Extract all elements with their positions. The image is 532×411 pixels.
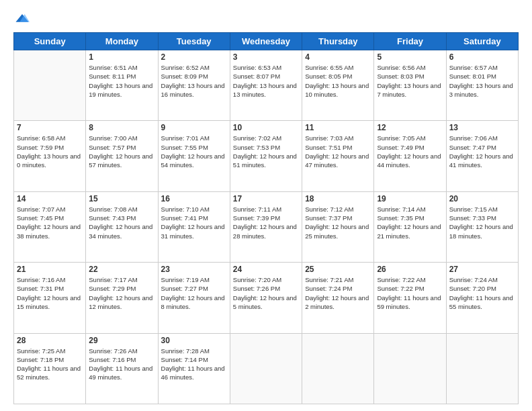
day-info: Sunrise: 7:24 AMSunset: 7:20 PMDaylight:… bbox=[449, 275, 515, 311]
day-info: Sunrise: 6:53 AMSunset: 8:07 PMDaylight:… bbox=[233, 63, 299, 99]
day-info: Sunrise: 6:55 AMSunset: 8:05 PMDaylight:… bbox=[305, 63, 371, 99]
day-info: Sunrise: 7:03 AMSunset: 7:51 PMDaylight:… bbox=[305, 134, 371, 169]
day-number: 19 bbox=[377, 194, 443, 203]
calendar-cell: 18Sunrise: 7:12 AMSunset: 7:37 PMDayligh… bbox=[302, 191, 374, 262]
day-number: 1 bbox=[89, 52, 154, 62]
calendar-cell: 11Sunrise: 7:03 AMSunset: 7:51 PMDayligh… bbox=[302, 121, 374, 191]
day-number: 12 bbox=[377, 123, 443, 132]
day-info: Sunrise: 7:08 AMSunset: 7:43 PMDaylight:… bbox=[89, 205, 154, 240]
day-info: Sunrise: 7:25 AMSunset: 7:18 PMDaylight:… bbox=[17, 347, 83, 382]
day-header-sunday: Sunday bbox=[14, 33, 86, 50]
calendar-cell bbox=[302, 333, 374, 404]
day-number: 28 bbox=[17, 336, 83, 345]
day-number: 2 bbox=[161, 52, 227, 62]
day-number: 21 bbox=[17, 265, 83, 274]
day-number: 24 bbox=[233, 265, 299, 274]
week-row-0: 1Sunrise: 6:51 AMSunset: 8:11 PMDaylight… bbox=[14, 50, 519, 121]
day-number: 15 bbox=[89, 194, 154, 203]
calendar-cell: 10Sunrise: 7:02 AMSunset: 7:53 PMDayligh… bbox=[230, 121, 302, 191]
day-number: 7 bbox=[17, 123, 83, 132]
calendar-cell: 29Sunrise: 7:26 AMSunset: 7:16 PMDayligh… bbox=[86, 333, 158, 404]
day-info: Sunrise: 7:01 AMSunset: 7:55 PMDaylight:… bbox=[161, 134, 227, 169]
day-header-saturday: Saturday bbox=[446, 33, 518, 50]
day-info: Sunrise: 6:56 AMSunset: 8:03 PMDaylight:… bbox=[377, 63, 443, 99]
day-number: 16 bbox=[161, 194, 227, 203]
calendar-cell: 22Sunrise: 7:17 AMSunset: 7:29 PMDayligh… bbox=[86, 263, 158, 333]
calendar-cell: 9Sunrise: 7:01 AMSunset: 7:55 PMDaylight… bbox=[158, 121, 230, 191]
day-number: 9 bbox=[161, 123, 227, 132]
day-info: Sunrise: 7:05 AMSunset: 7:49 PMDaylight:… bbox=[377, 134, 443, 169]
day-info: Sunrise: 6:52 AMSunset: 8:09 PMDaylight:… bbox=[161, 63, 227, 99]
day-number: 6 bbox=[449, 52, 515, 62]
day-number: 30 bbox=[161, 336, 227, 345]
calendar-cell: 25Sunrise: 7:21 AMSunset: 7:24 PMDayligh… bbox=[302, 263, 374, 333]
calendar-cell: 8Sunrise: 7:00 AMSunset: 7:57 PMDaylight… bbox=[86, 121, 158, 191]
calendar-cell: 30Sunrise: 7:28 AMSunset: 7:14 PMDayligh… bbox=[158, 333, 230, 404]
day-info: Sunrise: 7:00 AMSunset: 7:57 PMDaylight:… bbox=[89, 134, 154, 169]
day-number: 5 bbox=[377, 52, 443, 62]
day-header-tuesday: Tuesday bbox=[158, 33, 230, 50]
day-number: 8 bbox=[89, 123, 154, 132]
calendar-table: SundayMondayTuesdayWednesdayThursdayFrid… bbox=[13, 32, 519, 404]
header bbox=[13, 12, 519, 27]
day-number: 3 bbox=[233, 52, 299, 62]
week-row-3: 21Sunrise: 7:16 AMSunset: 7:31 PMDayligh… bbox=[14, 263, 519, 333]
day-header-friday: Friday bbox=[374, 33, 446, 50]
calendar-cell: 1Sunrise: 6:51 AMSunset: 8:11 PMDaylight… bbox=[86, 50, 158, 121]
calendar-cell: 6Sunrise: 6:57 AMSunset: 8:01 PMDaylight… bbox=[446, 50, 518, 121]
calendar-cell: 19Sunrise: 7:14 AMSunset: 7:35 PMDayligh… bbox=[374, 191, 446, 262]
week-row-2: 14Sunrise: 7:07 AMSunset: 7:45 PMDayligh… bbox=[14, 191, 519, 262]
day-header-monday: Monday bbox=[86, 33, 158, 50]
day-number: 29 bbox=[89, 336, 154, 345]
calendar-cell bbox=[374, 333, 446, 404]
day-number: 14 bbox=[17, 194, 83, 203]
logo-icon bbox=[15, 12, 30, 27]
day-info: Sunrise: 7:21 AMSunset: 7:24 PMDaylight:… bbox=[305, 275, 371, 311]
calendar-cell: 2Sunrise: 6:52 AMSunset: 8:09 PMDaylight… bbox=[158, 50, 230, 121]
day-header-wednesday: Wednesday bbox=[230, 33, 302, 50]
day-info: Sunrise: 7:19 AMSunset: 7:27 PMDaylight:… bbox=[161, 275, 227, 311]
day-number: 25 bbox=[305, 265, 371, 274]
day-info: Sunrise: 7:26 AMSunset: 7:16 PMDaylight:… bbox=[89, 347, 154, 382]
calendar-header-row: SundayMondayTuesdayWednesdayThursdayFrid… bbox=[14, 33, 519, 50]
calendar-cell: 21Sunrise: 7:16 AMSunset: 7:31 PMDayligh… bbox=[14, 263, 86, 333]
calendar-cell bbox=[446, 333, 518, 404]
calendar-cell: 27Sunrise: 7:24 AMSunset: 7:20 PMDayligh… bbox=[446, 263, 518, 333]
day-number: 27 bbox=[449, 265, 515, 274]
calendar-cell: 24Sunrise: 7:20 AMSunset: 7:26 PMDayligh… bbox=[230, 263, 302, 333]
calendar-cell: 3Sunrise: 6:53 AMSunset: 8:07 PMDaylight… bbox=[230, 50, 302, 121]
logo bbox=[13, 12, 30, 27]
calendar-cell: 17Sunrise: 7:11 AMSunset: 7:39 PMDayligh… bbox=[230, 191, 302, 262]
calendar-cell: 28Sunrise: 7:25 AMSunset: 7:18 PMDayligh… bbox=[14, 333, 86, 404]
week-row-4: 28Sunrise: 7:25 AMSunset: 7:18 PMDayligh… bbox=[14, 333, 519, 404]
day-number: 22 bbox=[89, 265, 154, 274]
day-number: 10 bbox=[233, 123, 299, 132]
calendar-cell: 26Sunrise: 7:22 AMSunset: 7:22 PMDayligh… bbox=[374, 263, 446, 333]
calendar-cell: 23Sunrise: 7:19 AMSunset: 7:27 PMDayligh… bbox=[158, 263, 230, 333]
day-info: Sunrise: 7:10 AMSunset: 7:41 PMDaylight:… bbox=[161, 205, 227, 240]
day-info: Sunrise: 7:16 AMSunset: 7:31 PMDaylight:… bbox=[17, 275, 83, 311]
day-info: Sunrise: 7:17 AMSunset: 7:29 PMDaylight:… bbox=[89, 275, 154, 311]
calendar-cell: 15Sunrise: 7:08 AMSunset: 7:43 PMDayligh… bbox=[86, 191, 158, 262]
week-row-1: 7Sunrise: 6:58 AMSunset: 7:59 PMDaylight… bbox=[14, 121, 519, 191]
day-info: Sunrise: 7:15 AMSunset: 7:33 PMDaylight:… bbox=[449, 205, 515, 240]
day-number: 26 bbox=[377, 265, 443, 274]
calendar-cell: 4Sunrise: 6:55 AMSunset: 8:05 PMDaylight… bbox=[302, 50, 374, 121]
day-info: Sunrise: 7:20 AMSunset: 7:26 PMDaylight:… bbox=[233, 275, 299, 311]
calendar-cell: 20Sunrise: 7:15 AMSunset: 7:33 PMDayligh… bbox=[446, 191, 518, 262]
day-info: Sunrise: 7:11 AMSunset: 7:39 PMDaylight:… bbox=[233, 205, 299, 240]
calendar-cell bbox=[230, 333, 302, 404]
day-info: Sunrise: 6:51 AMSunset: 8:11 PMDaylight:… bbox=[89, 63, 154, 99]
day-number: 11 bbox=[305, 123, 371, 132]
calendar-cell: 5Sunrise: 6:56 AMSunset: 8:03 PMDaylight… bbox=[374, 50, 446, 121]
day-number: 4 bbox=[305, 52, 371, 62]
day-info: Sunrise: 7:12 AMSunset: 7:37 PMDaylight:… bbox=[305, 205, 371, 240]
day-info: Sunrise: 6:58 AMSunset: 7:59 PMDaylight:… bbox=[17, 134, 83, 169]
day-info: Sunrise: 6:57 AMSunset: 8:01 PMDaylight:… bbox=[449, 63, 515, 99]
day-info: Sunrise: 7:06 AMSunset: 7:47 PMDaylight:… bbox=[449, 134, 515, 169]
day-info: Sunrise: 7:07 AMSunset: 7:45 PMDaylight:… bbox=[17, 205, 83, 240]
day-header-thursday: Thursday bbox=[302, 33, 374, 50]
calendar-cell: 16Sunrise: 7:10 AMSunset: 7:41 PMDayligh… bbox=[158, 191, 230, 262]
calendar-cell bbox=[14, 50, 86, 121]
day-info: Sunrise: 7:02 AMSunset: 7:53 PMDaylight:… bbox=[233, 134, 299, 169]
